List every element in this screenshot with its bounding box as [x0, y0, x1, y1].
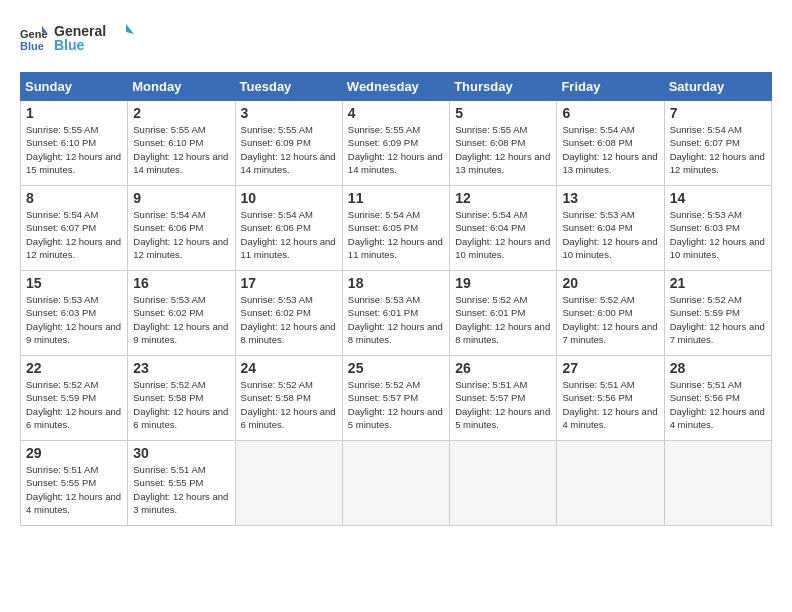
col-wednesday: Wednesday: [342, 73, 449, 101]
calendar-cell: 3 Sunrise: 5:55 AM Sunset: 6:09 PM Dayli…: [235, 101, 342, 186]
calendar-cell: 28 Sunrise: 5:51 AM Sunset: 5:56 PM Dayl…: [664, 356, 771, 441]
day-number: 5: [455, 105, 551, 121]
col-saturday: Saturday: [664, 73, 771, 101]
calendar-cell: 1 Sunrise: 5:55 AM Sunset: 6:10 PM Dayli…: [21, 101, 128, 186]
calendar-cell: 5 Sunrise: 5:55 AM Sunset: 6:08 PM Dayli…: [450, 101, 557, 186]
day-number: 14: [670, 190, 766, 206]
calendar-cell: 16 Sunrise: 5:53 AM Sunset: 6:02 PM Dayl…: [128, 271, 235, 356]
day-info: Sunrise: 5:51 AM Sunset: 5:55 PM Dayligh…: [133, 463, 229, 516]
col-tuesday: Tuesday: [235, 73, 342, 101]
calendar-cell: 7 Sunrise: 5:54 AM Sunset: 6:07 PM Dayli…: [664, 101, 771, 186]
day-info: Sunrise: 5:53 AM Sunset: 6:04 PM Dayligh…: [562, 208, 658, 261]
day-info: Sunrise: 5:54 AM Sunset: 6:06 PM Dayligh…: [241, 208, 337, 261]
calendar-cell: 4 Sunrise: 5:55 AM Sunset: 6:09 PM Dayli…: [342, 101, 449, 186]
calendar-cell: 25 Sunrise: 5:52 AM Sunset: 5:57 PM Dayl…: [342, 356, 449, 441]
calendar-cell: [557, 441, 664, 526]
calendar-cell: 18 Sunrise: 5:53 AM Sunset: 6:01 PM Dayl…: [342, 271, 449, 356]
day-info: Sunrise: 5:52 AM Sunset: 5:58 PM Dayligh…: [241, 378, 337, 431]
day-number: 17: [241, 275, 337, 291]
day-info: Sunrise: 5:55 AM Sunset: 6:09 PM Dayligh…: [241, 123, 337, 176]
day-number: 18: [348, 275, 444, 291]
day-number: 28: [670, 360, 766, 376]
calendar-cell: 27 Sunrise: 5:51 AM Sunset: 5:56 PM Dayl…: [557, 356, 664, 441]
day-info: Sunrise: 5:53 AM Sunset: 6:03 PM Dayligh…: [670, 208, 766, 261]
logo-icon: General Blue: [20, 24, 48, 52]
day-number: 24: [241, 360, 337, 376]
svg-marker-4: [126, 24, 134, 34]
day-info: Sunrise: 5:51 AM Sunset: 5:55 PM Dayligh…: [26, 463, 122, 516]
day-info: Sunrise: 5:55 AM Sunset: 6:09 PM Dayligh…: [348, 123, 444, 176]
day-number: 2: [133, 105, 229, 121]
day-number: 20: [562, 275, 658, 291]
col-friday: Friday: [557, 73, 664, 101]
day-info: Sunrise: 5:53 AM Sunset: 6:01 PM Dayligh…: [348, 293, 444, 346]
day-info: Sunrise: 5:54 AM Sunset: 6:07 PM Dayligh…: [26, 208, 122, 261]
col-monday: Monday: [128, 73, 235, 101]
day-info: Sunrise: 5:53 AM Sunset: 6:02 PM Dayligh…: [241, 293, 337, 346]
day-number: 10: [241, 190, 337, 206]
calendar-cell: [664, 441, 771, 526]
calendar-table: Sunday Monday Tuesday Wednesday Thursday…: [20, 72, 772, 526]
day-number: 7: [670, 105, 766, 121]
day-info: Sunrise: 5:55 AM Sunset: 6:08 PM Dayligh…: [455, 123, 551, 176]
calendar-cell: [342, 441, 449, 526]
calendar-cell: 12 Sunrise: 5:54 AM Sunset: 6:04 PM Dayl…: [450, 186, 557, 271]
day-info: Sunrise: 5:53 AM Sunset: 6:02 PM Dayligh…: [133, 293, 229, 346]
day-number: 13: [562, 190, 658, 206]
day-info: Sunrise: 5:55 AM Sunset: 6:10 PM Dayligh…: [133, 123, 229, 176]
day-number: 21: [670, 275, 766, 291]
calendar-cell: 30 Sunrise: 5:51 AM Sunset: 5:55 PM Dayl…: [128, 441, 235, 526]
day-info: Sunrise: 5:51 AM Sunset: 5:57 PM Dayligh…: [455, 378, 551, 431]
calendar-cell: 21 Sunrise: 5:52 AM Sunset: 5:59 PM Dayl…: [664, 271, 771, 356]
page-header: General Blue General Blue: [20, 20, 772, 56]
calendar-cell: 11 Sunrise: 5:54 AM Sunset: 6:05 PM Dayl…: [342, 186, 449, 271]
day-number: 29: [26, 445, 122, 461]
day-number: 8: [26, 190, 122, 206]
col-sunday: Sunday: [21, 73, 128, 101]
calendar-cell: 6 Sunrise: 5:54 AM Sunset: 6:08 PM Dayli…: [557, 101, 664, 186]
calendar-cell: 26 Sunrise: 5:51 AM Sunset: 5:57 PM Dayl…: [450, 356, 557, 441]
svg-text:Blue: Blue: [54, 37, 85, 53]
calendar-cell: [235, 441, 342, 526]
calendar-cell: 15 Sunrise: 5:53 AM Sunset: 6:03 PM Dayl…: [21, 271, 128, 356]
calendar-cell: 13 Sunrise: 5:53 AM Sunset: 6:04 PM Dayl…: [557, 186, 664, 271]
day-number: 1: [26, 105, 122, 121]
day-info: Sunrise: 5:52 AM Sunset: 6:01 PM Dayligh…: [455, 293, 551, 346]
calendar-cell: 19 Sunrise: 5:52 AM Sunset: 6:01 PM Dayl…: [450, 271, 557, 356]
day-info: Sunrise: 5:52 AM Sunset: 5:58 PM Dayligh…: [133, 378, 229, 431]
calendar-cell: 29 Sunrise: 5:51 AM Sunset: 5:55 PM Dayl…: [21, 441, 128, 526]
calendar-cell: 24 Sunrise: 5:52 AM Sunset: 5:58 PM Dayl…: [235, 356, 342, 441]
day-number: 16: [133, 275, 229, 291]
day-number: 6: [562, 105, 658, 121]
calendar-cell: 22 Sunrise: 5:52 AM Sunset: 5:59 PM Dayl…: [21, 356, 128, 441]
calendar-cell: 8 Sunrise: 5:54 AM Sunset: 6:07 PM Dayli…: [21, 186, 128, 271]
day-info: Sunrise: 5:54 AM Sunset: 6:07 PM Dayligh…: [670, 123, 766, 176]
day-number: 3: [241, 105, 337, 121]
day-info: Sunrise: 5:53 AM Sunset: 6:03 PM Dayligh…: [26, 293, 122, 346]
day-info: Sunrise: 5:55 AM Sunset: 6:10 PM Dayligh…: [26, 123, 122, 176]
day-info: Sunrise: 5:52 AM Sunset: 5:59 PM Dayligh…: [26, 378, 122, 431]
calendar-cell: 20 Sunrise: 5:52 AM Sunset: 6:00 PM Dayl…: [557, 271, 664, 356]
calendar-cell: 2 Sunrise: 5:55 AM Sunset: 6:10 PM Dayli…: [128, 101, 235, 186]
day-number: 11: [348, 190, 444, 206]
day-number: 9: [133, 190, 229, 206]
day-number: 27: [562, 360, 658, 376]
day-number: 26: [455, 360, 551, 376]
day-info: Sunrise: 5:54 AM Sunset: 6:04 PM Dayligh…: [455, 208, 551, 261]
calendar-cell: 17 Sunrise: 5:53 AM Sunset: 6:02 PM Dayl…: [235, 271, 342, 356]
day-number: 23: [133, 360, 229, 376]
day-number: 19: [455, 275, 551, 291]
logo-svg: General Blue: [54, 20, 134, 56]
day-number: 4: [348, 105, 444, 121]
day-number: 22: [26, 360, 122, 376]
day-number: 30: [133, 445, 229, 461]
day-info: Sunrise: 5:52 AM Sunset: 6:00 PM Dayligh…: [562, 293, 658, 346]
day-number: 12: [455, 190, 551, 206]
day-info: Sunrise: 5:54 AM Sunset: 6:06 PM Dayligh…: [133, 208, 229, 261]
day-info: Sunrise: 5:54 AM Sunset: 6:05 PM Dayligh…: [348, 208, 444, 261]
day-number: 25: [348, 360, 444, 376]
col-thursday: Thursday: [450, 73, 557, 101]
calendar-cell: 10 Sunrise: 5:54 AM Sunset: 6:06 PM Dayl…: [235, 186, 342, 271]
calendar-cell: 23 Sunrise: 5:52 AM Sunset: 5:58 PM Dayl…: [128, 356, 235, 441]
svg-text:Blue: Blue: [20, 40, 44, 52]
